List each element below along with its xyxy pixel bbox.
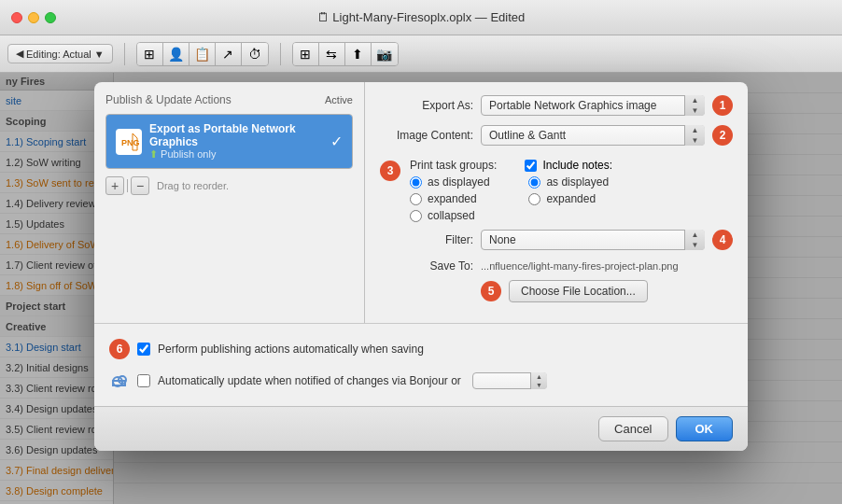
stepper-down[interactable]: ▼ <box>685 105 705 116</box>
auto-update-label: Automatically update when notified of ch… <box>158 374 461 387</box>
toolbar-separator-2 <box>280 43 281 65</box>
editing-mode-btn[interactable]: ◀ Editing: Actual ▼ <box>7 44 113 63</box>
filter-wrapper: None All tasks Completed tasks ▲ ▼ <box>481 230 705 250</box>
stepper-up[interactable]: ▲ <box>685 95 705 105</box>
img-stepper-down[interactable]: ▼ <box>685 135 705 146</box>
dialog-footer: Cancel OK <box>94 406 748 451</box>
remove-action-btn[interactable]: − <box>131 176 149 195</box>
add-action-btn[interactable]: + <box>105 176 124 195</box>
badge-5: 5 <box>481 281 501 301</box>
window-title: 🗒 Light-Many-Firesoplx.oplx — Edited <box>317 10 526 24</box>
auto-update-checkbox[interactable] <box>137 374 150 387</box>
notes-expanded-row: expanded <box>525 192 612 205</box>
print-task-label: Print task groups: <box>410 159 497 172</box>
maximize-button[interactable] <box>45 12 56 23</box>
cancel-button[interactable]: Cancel <box>598 416 667 441</box>
save-to-path: ...nfluence/light-many-fires-project-pla… <box>481 260 733 272</box>
action-name: Export as Portable Network Graphics <box>149 122 323 148</box>
image-content-stepper[interactable]: ▲ ▼ <box>684 125 705 146</box>
include-notes-label: Include notes: <box>542 159 612 172</box>
gantt-toolbar-group: ⊞ ⇆ ⬆ 📷 <box>292 42 399 66</box>
auto-publish-row: 6 Perform publishing actions automatical… <box>109 333 733 365</box>
filter-row: Filter: None All tasks Completed tasks ▲… <box>380 230 733 250</box>
dialog-body: Publish & Update Actions Active PNG <box>94 82 748 323</box>
print-as-displayed-radio[interactable] <box>410 176 422 189</box>
png-icon: PNG <box>116 129 142 155</box>
badge-2: 2 <box>712 125 733 146</box>
publish-dialog: Publish & Update Actions Active PNG <box>94 82 748 451</box>
window-controls[interactable] <box>11 12 56 23</box>
view-toolbar-group: ⊞ 👤 📋 ↗ ⏱ <box>136 42 269 66</box>
grid-icon-btn[interactable]: ⊞ <box>293 43 319 65</box>
notes-as-displayed-label: as displayed <box>546 175 609 189</box>
badge-4: 4 <box>712 230 733 250</box>
notes-as-displayed-row: as displayed <box>525 175 612 189</box>
clock-icon-btn[interactable]: ⏱ <box>242 43 268 65</box>
image-content-label: Image Content: <box>380 129 473 142</box>
svg-text:PNG: PNG <box>121 138 139 147</box>
filter-select[interactable]: None All tasks Completed tasks <box>481 230 705 250</box>
action-item-text: Export as Portable Network Graphics ⬆ Pu… <box>149 122 323 161</box>
ok-button[interactable]: OK <box>676 416 734 441</box>
panel-title-label: Publish & Update Actions <box>105 93 232 106</box>
filter-label: Filter: <box>380 233 473 246</box>
left-panel-header: Publish & Update Actions Active <box>105 93 353 106</box>
notes-expanded-radio[interactable] <box>528 193 540 205</box>
include-notes-section: Include notes: as displayed expanded <box>525 159 612 205</box>
export-as-stepper[interactable]: ▲ ▼ <box>684 95 705 116</box>
print-collapsed-row: collapsed <box>410 209 497 222</box>
export-as-row: Export As: Portable Network Graphics ima… <box>380 95 733 116</box>
include-notes-header: Include notes: <box>525 159 612 172</box>
action-controls: + − Drag to reorder. <box>105 176 353 195</box>
arrow-icon-btn[interactable]: ↗ <box>216 43 242 65</box>
auto-publish-checkbox[interactable] <box>137 343 150 356</box>
notes-expanded-label: expanded <box>546 192 596 205</box>
print-collapsed-radio[interactable] <box>410 210 422 222</box>
save-to-label: Save To: <box>380 259 473 273</box>
person-icon-btn[interactable]: 👤 <box>163 43 189 65</box>
print-as-displayed-row: as displayed <box>410 175 497 189</box>
main-area: ny Fires site Scoping 1.1) Scoping start… <box>0 73 842 504</box>
print-include-row: 3 Print task groups: as displayed expand… <box>380 155 733 230</box>
badge-3: 3 <box>380 161 400 181</box>
toolbar: ◀ Editing: Actual ▼ ⊞ 👤 📋 ↗ ⏱ ⊞ ⇆ ⬆ 📷 <box>0 35 842 73</box>
badge-6: 6 <box>109 339 130 359</box>
img-stepper-up[interactable]: ▲ <box>685 125 705 135</box>
print-expanded-radio[interactable] <box>410 193 422 205</box>
image-content-wrapper: Outline & Gantt Outline only Gantt only … <box>481 125 705 146</box>
auto-update-row: Automatically update when notified of ch… <box>109 365 733 397</box>
close-button[interactable] <box>11 12 22 23</box>
view-icon-btn[interactable]: ⊞ <box>137 43 163 65</box>
export-as-wrapper: Portable Network Graphics image PDF HTML… <box>481 95 705 116</box>
auto-publish-label: Perform publishing actions automatically… <box>158 343 424 356</box>
filter-stepper[interactable]: ▲ ▼ <box>684 230 705 250</box>
export-as-select[interactable]: Portable Network Graphics image PDF HTML <box>481 95 705 116</box>
notes-as-displayed-radio[interactable] <box>528 176 540 189</box>
print-expanded-label: expanded <box>428 192 477 205</box>
print-task-section: Print task groups: as displayed expanded <box>410 159 497 222</box>
choose-file-button[interactable]: Choose File Location... <box>509 280 648 302</box>
right-panel: Export As: Portable Network Graphics ima… <box>365 82 748 323</box>
calendar-icon-btn[interactable]: 📋 <box>189 43 216 65</box>
bonjour-select-wrapper: ▲ ▼ <box>472 372 547 389</box>
save-to-row: Save To: ...nfluence/light-many-fires-pr… <box>380 259 733 273</box>
filter-stepper-down[interactable]: ▼ <box>685 240 705 250</box>
active-label: Active <box>325 94 353 105</box>
action-item-png[interactable]: PNG Export as Portable Network Graphics … <box>106 115 352 168</box>
print-expanded-row: expanded <box>410 192 497 205</box>
cloud-icon <box>109 371 130 391</box>
toolbar-separator-1 <box>124 43 125 65</box>
include-notes-checkbox[interactable] <box>525 160 537 172</box>
filter-stepper-up[interactable]: ▲ <box>685 230 705 240</box>
print-as-displayed-label: as displayed <box>428 175 490 189</box>
connect-icon-btn[interactable]: ⇆ <box>319 43 345 65</box>
action-sub: ⬆ Publish only <box>149 148 323 161</box>
export-icon-btn[interactable]: ⬆ <box>345 43 372 65</box>
actions-list: PNG Export as Portable Network Graphics … <box>105 114 353 169</box>
image-content-row: Image Content: Outline & Gantt Outline o… <box>380 125 733 146</box>
print-collapsed-label: collapsed <box>428 209 475 222</box>
minimize-button[interactable] <box>28 12 39 23</box>
camera-icon-btn[interactable]: 📷 <box>372 43 398 65</box>
image-content-select[interactable]: Outline & Gantt Outline only Gantt only <box>481 125 705 146</box>
bonjour-stepper[interactable]: ▲ ▼ <box>530 372 547 389</box>
